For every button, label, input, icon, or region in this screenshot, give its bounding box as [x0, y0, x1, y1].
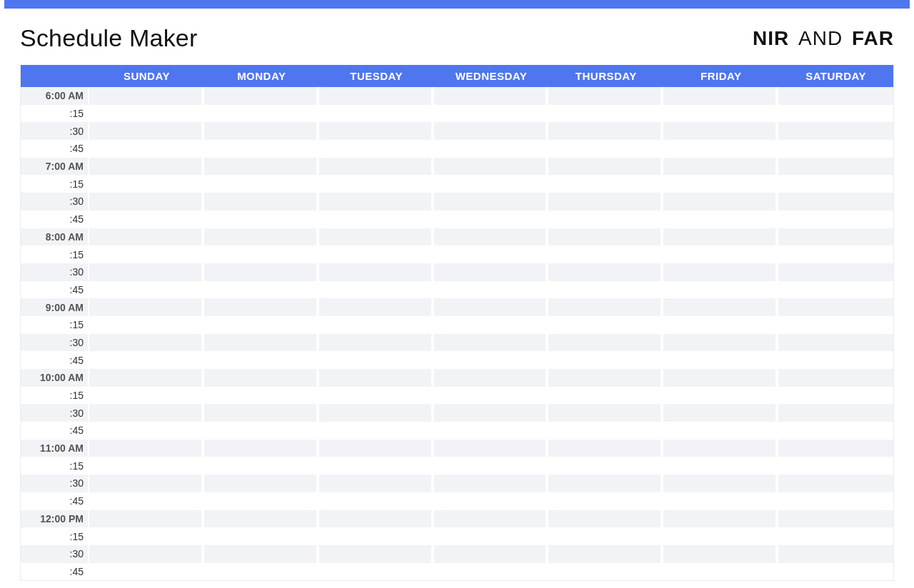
schedule-cell[interactable]: [548, 298, 663, 316]
schedule-cell[interactable]: [778, 492, 893, 510]
schedule-cell[interactable]: [89, 369, 204, 387]
schedule-cell[interactable]: [319, 563, 434, 581]
schedule-cell[interactable]: [548, 440, 663, 457]
schedule-cell[interactable]: [778, 263, 893, 281]
schedule-cell[interactable]: [663, 563, 778, 581]
schedule-cell[interactable]: [434, 369, 549, 387]
schedule-cell[interactable]: [778, 316, 893, 334]
schedule-cell[interactable]: [434, 263, 549, 281]
schedule-cell[interactable]: [663, 298, 778, 316]
schedule-cell[interactable]: [204, 245, 319, 263]
schedule-cell[interactable]: [319, 545, 434, 563]
schedule-cell[interactable]: [778, 245, 893, 263]
schedule-cell[interactable]: [319, 440, 434, 457]
schedule-cell[interactable]: [319, 527, 434, 545]
schedule-cell[interactable]: [319, 422, 434, 440]
schedule-cell[interactable]: [434, 563, 549, 581]
schedule-cell[interactable]: [434, 87, 549, 105]
schedule-cell[interactable]: [778, 545, 893, 563]
schedule-cell[interactable]: [778, 105, 893, 123]
schedule-cell[interactable]: [663, 545, 778, 563]
schedule-cell[interactable]: [663, 158, 778, 176]
schedule-cell[interactable]: [89, 263, 204, 281]
schedule-cell[interactable]: [204, 387, 319, 405]
schedule-cell[interactable]: [319, 298, 434, 316]
schedule-cell[interactable]: [778, 369, 893, 387]
schedule-cell[interactable]: [319, 122, 434, 140]
schedule-cell[interactable]: [204, 193, 319, 211]
schedule-cell[interactable]: [663, 387, 778, 405]
schedule-cell[interactable]: [434, 228, 549, 246]
schedule-cell[interactable]: [663, 440, 778, 457]
schedule-cell[interactable]: [663, 527, 778, 545]
schedule-cell[interactable]: [548, 211, 663, 228]
schedule-cell[interactable]: [663, 211, 778, 228]
schedule-cell[interactable]: [548, 334, 663, 352]
schedule-cell[interactable]: [204, 281, 319, 299]
schedule-cell[interactable]: [204, 475, 319, 492]
schedule-cell[interactable]: [434, 298, 549, 316]
schedule-cell[interactable]: [663, 105, 778, 123]
schedule-cell[interactable]: [319, 211, 434, 228]
schedule-cell[interactable]: [89, 105, 204, 123]
schedule-cell[interactable]: [89, 563, 204, 581]
schedule-cell[interactable]: [204, 140, 319, 158]
schedule-cell[interactable]: [548, 563, 663, 581]
schedule-cell[interactable]: [204, 105, 319, 123]
schedule-cell[interactable]: [204, 422, 319, 440]
schedule-cell[interactable]: [89, 281, 204, 299]
schedule-cell[interactable]: [89, 475, 204, 492]
schedule-cell[interactable]: [548, 175, 663, 193]
schedule-cell[interactable]: [204, 563, 319, 581]
schedule-cell[interactable]: [434, 545, 549, 563]
schedule-cell[interactable]: [89, 245, 204, 263]
schedule-cell[interactable]: [778, 228, 893, 246]
schedule-cell[interactable]: [548, 281, 663, 299]
schedule-cell[interactable]: [434, 316, 549, 334]
schedule-cell[interactable]: [548, 140, 663, 158]
schedule-cell[interactable]: [663, 404, 778, 422]
schedule-cell[interactable]: [204, 492, 319, 510]
schedule-cell[interactable]: [663, 228, 778, 246]
schedule-cell[interactable]: [548, 387, 663, 405]
schedule-cell[interactable]: [548, 263, 663, 281]
schedule-cell[interactable]: [778, 457, 893, 475]
schedule-cell[interactable]: [204, 457, 319, 475]
schedule-cell[interactable]: [548, 105, 663, 123]
schedule-cell[interactable]: [319, 316, 434, 334]
schedule-cell[interactable]: [663, 369, 778, 387]
schedule-cell[interactable]: [319, 492, 434, 510]
schedule-cell[interactable]: [434, 440, 549, 457]
schedule-cell[interactable]: [663, 457, 778, 475]
schedule-cell[interactable]: [434, 105, 549, 123]
schedule-cell[interactable]: [778, 440, 893, 457]
schedule-cell[interactable]: [204, 211, 319, 228]
schedule-cell[interactable]: [204, 527, 319, 545]
schedule-cell[interactable]: [434, 334, 549, 352]
schedule-cell[interactable]: [89, 422, 204, 440]
schedule-cell[interactable]: [89, 228, 204, 246]
schedule-cell[interactable]: [778, 140, 893, 158]
schedule-cell[interactable]: [319, 369, 434, 387]
schedule-cell[interactable]: [663, 175, 778, 193]
schedule-cell[interactable]: [434, 492, 549, 510]
schedule-cell[interactable]: [663, 263, 778, 281]
schedule-cell[interactable]: [663, 281, 778, 299]
schedule-cell[interactable]: [663, 193, 778, 211]
schedule-cell[interactable]: [663, 87, 778, 105]
schedule-cell[interactable]: [778, 211, 893, 228]
schedule-cell[interactable]: [89, 334, 204, 352]
schedule-cell[interactable]: [434, 281, 549, 299]
schedule-cell[interactable]: [663, 475, 778, 492]
schedule-cell[interactable]: [319, 87, 434, 105]
schedule-cell[interactable]: [434, 158, 549, 176]
schedule-cell[interactable]: [204, 158, 319, 176]
schedule-cell[interactable]: [778, 334, 893, 352]
schedule-cell[interactable]: [434, 193, 549, 211]
schedule-cell[interactable]: [204, 263, 319, 281]
schedule-cell[interactable]: [204, 298, 319, 316]
schedule-cell[interactable]: [319, 263, 434, 281]
schedule-cell[interactable]: [548, 492, 663, 510]
schedule-cell[interactable]: [204, 87, 319, 105]
schedule-cell[interactable]: [548, 87, 663, 105]
